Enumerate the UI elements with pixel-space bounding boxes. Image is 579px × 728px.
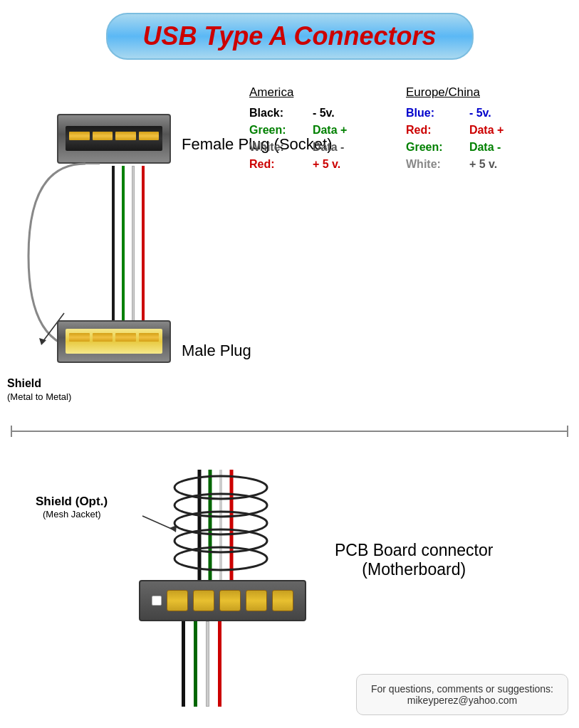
europe-wire-desc-2: Data - [463, 141, 501, 154]
pcb-wire-white [206, 621, 209, 707]
shield-label: Shield (Metal to Metal) [7, 377, 71, 403]
wire-green [122, 166, 125, 322]
america-wire-name-0: Black: [249, 107, 306, 120]
lower-section: Shield (Opt.) (Mesh Jacket) [0, 448, 579, 726]
pcb-wire-black [182, 621, 185, 707]
europe-header: Europe/China [406, 85, 555, 100]
europe-wire-name-1: Red: [406, 124, 463, 137]
male-plug-inner [66, 329, 162, 354]
wire-white [132, 166, 135, 322]
america-column: America Black: - 5v. Green: Data + White… [249, 85, 392, 175]
male-plug-body [57, 320, 171, 363]
divider-tick-right [567, 426, 568, 437]
america-wire-desc-0: - 5v. [306, 107, 335, 120]
upper-section: Female Plug (Socket) Male Pl [0, 71, 579, 427]
gold-contact [115, 333, 136, 342]
europe-wire-desc-3: + 5 v. [463, 158, 497, 171]
pcb-contact-5 [272, 590, 293, 611]
wires-container [100, 166, 157, 322]
male-plug-label: Male Plug [182, 342, 251, 360]
america-wire-desc-3: + 5 v. [306, 158, 340, 171]
europe-row-3: White: + 5 v. [406, 158, 555, 171]
gold-contact [69, 333, 90, 342]
america-header: America [249, 85, 392, 100]
gold-contact [93, 333, 113, 342]
gold-contact [139, 132, 160, 140]
female-gold-contacts [69, 132, 159, 140]
europe-wire-name-0: Blue: [406, 107, 463, 120]
pcb-white-indicator [152, 596, 162, 606]
pcb-contact-1 [167, 590, 188, 611]
gold-contact [69, 132, 90, 140]
section-divider [11, 431, 568, 432]
gold-contact [93, 132, 113, 140]
contact-info-box: For questions, comments or suggestions: … [356, 674, 568, 715]
pcb-contact-4 [246, 590, 267, 611]
gold-contact [115, 132, 136, 140]
america-wire-name-1: Green: [249, 124, 306, 137]
europe-wire-name-2: Green: [406, 141, 463, 154]
europe-row-0: Blue: - 5v. [406, 107, 555, 120]
europe-wire-desc-1: Data + [463, 124, 504, 137]
america-row-1: Green: Data + [249, 124, 392, 137]
america-wire-desc-2: Data - [306, 141, 344, 154]
europe-row-2: Green: Data - [406, 141, 555, 154]
pcb-board [139, 580, 306, 621]
coil-svg [139, 470, 303, 584]
europe-wire-name-3: White: [406, 158, 463, 171]
contact-line2: mikeyperez@yahoo.com [371, 695, 553, 706]
divider-tick-left [11, 426, 12, 437]
pcb-wire-green [194, 621, 197, 707]
pcb-contact-3 [219, 590, 241, 611]
pcb-wire-group [182, 621, 221, 707]
america-row-3: Red: + 5 v. [249, 158, 392, 171]
pcb-contact-2 [193, 590, 214, 611]
female-plug-inner [66, 126, 162, 151]
gold-contact [139, 333, 160, 342]
wire-red [142, 166, 145, 322]
america-wire-name-2: White: [249, 141, 306, 154]
male-gold-contacts [69, 333, 159, 342]
europe-row-1: Red: Data + [406, 124, 555, 137]
america-row-0: Black: - 5v. [249, 107, 392, 120]
europe-wire-desc-0: - 5v. [463, 107, 491, 120]
title-container: USB Type A Connectors [105, 13, 473, 60]
pcb-label: PCB Board connector (Motherboard) [335, 541, 493, 579]
america-row-2: White: Data - [249, 141, 392, 154]
contact-line1: For questions, comments or suggestions: [371, 683, 553, 695]
page-title: USB Type A Connectors [142, 21, 436, 51]
wire-black [112, 166, 115, 322]
male-plug [57, 320, 171, 363]
america-wire-name-3: Red: [249, 158, 306, 171]
europe-column: Europe/China Blue: - 5v. Red: Data + Gre… [406, 85, 555, 175]
america-wire-desc-1: Data + [306, 124, 347, 137]
pcb-wire-red [218, 621, 221, 707]
